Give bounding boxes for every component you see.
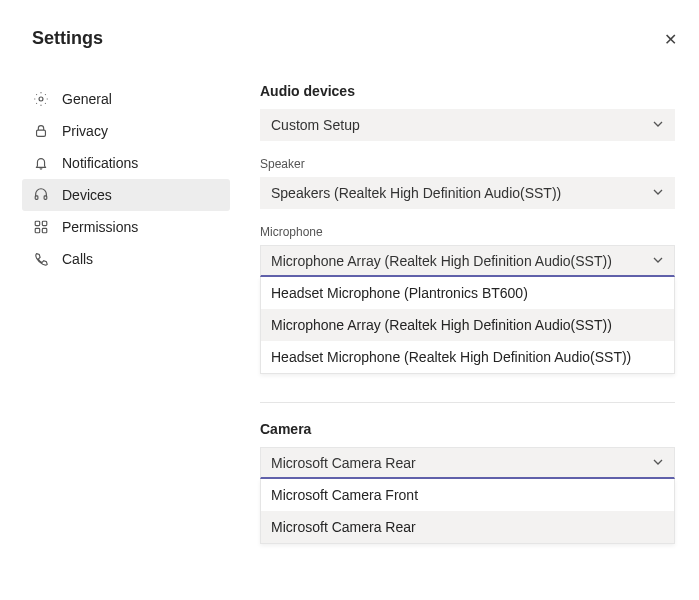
- chevron-down-icon: [652, 455, 664, 471]
- sidebar-item-label: Privacy: [62, 123, 108, 139]
- speaker-select[interactable]: Speakers (Realtek High Definition Audio(…: [260, 177, 675, 209]
- camera-option[interactable]: Microsoft Camera Front: [261, 479, 674, 511]
- camera-select[interactable]: Microsoft Camera Rear: [260, 447, 675, 479]
- select-value: Custom Setup: [271, 117, 360, 133]
- microphone-dropdown: Headset Microphone (Plantronics BT600) M…: [260, 277, 675, 374]
- select-value: Microphone Array (Realtek High Definitio…: [271, 253, 612, 269]
- sidebar: General Privacy Notifications Devices Pe: [0, 83, 230, 544]
- microphone-label: Microphone: [260, 225, 675, 239]
- audio-device-setup-select[interactable]: Custom Setup: [260, 109, 675, 141]
- sidebar-item-label: Permissions: [62, 219, 138, 235]
- chevron-down-icon: [652, 185, 664, 201]
- sidebar-item-notifications[interactable]: Notifications: [22, 147, 230, 179]
- sidebar-item-permissions[interactable]: Permissions: [22, 211, 230, 243]
- svg-point-0: [39, 97, 43, 101]
- sidebar-item-label: General: [62, 91, 112, 107]
- close-button[interactable]: ✕: [659, 28, 681, 50]
- select-value: Speakers (Realtek High Definition Audio(…: [271, 185, 561, 201]
- svg-rect-2: [35, 196, 38, 200]
- camera-dropdown: Microsoft Camera Front Microsoft Camera …: [260, 479, 675, 544]
- phone-icon: [32, 250, 50, 268]
- speaker-label: Speaker: [260, 157, 675, 171]
- sidebar-item-label: Devices: [62, 187, 112, 203]
- microphone-option[interactable]: Microphone Array (Realtek High Definitio…: [261, 309, 674, 341]
- apps-icon: [32, 218, 50, 236]
- close-icon: ✕: [664, 30, 677, 49]
- sidebar-item-privacy[interactable]: Privacy: [22, 115, 230, 147]
- svg-rect-5: [42, 221, 46, 225]
- divider: [260, 402, 675, 403]
- chevron-down-icon: [652, 117, 664, 133]
- headset-icon: [32, 186, 50, 204]
- gear-icon: [32, 90, 50, 108]
- sidebar-item-calls[interactable]: Calls: [22, 243, 230, 275]
- svg-rect-4: [35, 221, 39, 225]
- audio-section-title: Audio devices: [260, 83, 675, 99]
- sidebar-item-general[interactable]: General: [22, 83, 230, 115]
- bell-icon: [32, 154, 50, 172]
- sidebar-item-devices[interactable]: Devices: [22, 179, 230, 211]
- chevron-down-icon: [652, 253, 664, 269]
- camera-section-title: Camera: [260, 421, 675, 437]
- lock-icon: [32, 122, 50, 140]
- svg-rect-7: [42, 228, 46, 232]
- svg-rect-1: [37, 130, 46, 136]
- svg-rect-3: [44, 196, 47, 200]
- sidebar-item-label: Notifications: [62, 155, 138, 171]
- microphone-option[interactable]: Headset Microphone (Realtek High Definit…: [261, 341, 674, 373]
- microphone-option[interactable]: Headset Microphone (Plantronics BT600): [261, 277, 674, 309]
- microphone-select[interactable]: Microphone Array (Realtek High Definitio…: [260, 245, 675, 277]
- page-title: Settings: [0, 0, 699, 49]
- svg-rect-6: [35, 228, 39, 232]
- camera-option[interactable]: Microsoft Camera Rear: [261, 511, 674, 543]
- content: Audio devices Custom Setup Speaker Speak…: [230, 83, 699, 544]
- select-value: Microsoft Camera Rear: [271, 455, 416, 471]
- sidebar-item-label: Calls: [62, 251, 93, 267]
